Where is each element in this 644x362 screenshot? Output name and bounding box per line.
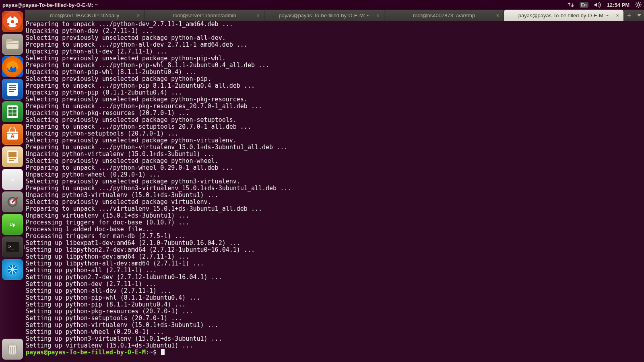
launcher-trash-icon[interactable] xyxy=(2,339,23,360)
launcher-firefox-icon[interactable] xyxy=(2,56,23,77)
svg-line-6 xyxy=(640,6,641,7)
terminal-tabbar: root@srv1:/BACKUP-D2/daily×root@server1:… xyxy=(25,10,644,21)
terminal-line: Preparing to unpack .../python-virtualen… xyxy=(26,144,643,151)
terminal-tab[interactable]: root@server1:/home/admin× xyxy=(145,10,265,21)
svg-rect-28 xyxy=(8,113,12,116)
terminal-line: Setting up python-virtualenv (15.0.1+ds-… xyxy=(26,322,643,329)
terminal-line: Preparing to unpack .../virtualenv_15.0.… xyxy=(26,206,643,212)
terminal-line: Preparing to unpack .../python-wheel_0.2… xyxy=(26,165,643,171)
terminal-tab[interactable]: root@srv1:/BACKUP-D2/daily× xyxy=(25,10,145,21)
launcher-app-icon[interactable] xyxy=(2,259,23,280)
svg-line-7 xyxy=(636,6,637,7)
terminal-line: Selecting previously unselected package … xyxy=(26,137,643,144)
tab-close-icon[interactable]: × xyxy=(615,12,620,18)
terminal-line: Setting up python2.7-dev (2.7.12-1ubuntu… xyxy=(26,274,643,281)
unity-launcher: A a Up >_ xyxy=(0,10,25,362)
launcher-settings-icon[interactable] xyxy=(2,191,23,212)
launcher-files-icon[interactable] xyxy=(2,34,23,55)
launcher-upwork-icon[interactable]: Up xyxy=(2,214,23,235)
keyboard-language-indicator[interactable]: En xyxy=(580,2,588,8)
terminal-line: Selecting previously unselected package … xyxy=(26,199,643,206)
tab-close-icon[interactable]: × xyxy=(255,12,261,18)
terminal-line: Selecting previously unselected package … xyxy=(26,178,643,185)
terminal-line: Setting up python-wheel (0.29.0-1) ... xyxy=(26,329,643,335)
svg-point-12 xyxy=(7,23,10,25)
terminal-line: Setting up python-setuptools (20.7.0-1) … xyxy=(26,315,643,322)
terminal-line: Selecting previously unselected package … xyxy=(26,117,643,123)
terminal-line: Selecting previously unselected package … xyxy=(26,158,643,165)
terminal-line: Processing triggers for man-db (2.7.5-1)… xyxy=(26,233,643,240)
tab-label: payas@payas-To-be-filled-by-O-E-M: ~ xyxy=(518,12,609,19)
svg-rect-15 xyxy=(6,39,12,42)
svg-rect-27 xyxy=(12,110,17,113)
svg-rect-29 xyxy=(12,113,17,116)
terminal-line: Selecting previously unselected package … xyxy=(26,55,643,62)
terminal-line: Setting up python-dev (2.7.11-1) ... xyxy=(26,281,643,288)
svg-line-49 xyxy=(14,347,14,354)
terminal-line: Setting up python-pip (8.1.1-2ubuntu0.4)… xyxy=(26,301,643,308)
top-menubar: payas@payas-To-be-filled-by-O-E-M: ~ En … xyxy=(0,0,644,10)
svg-line-5 xyxy=(636,2,637,3)
sound-icon[interactable] xyxy=(594,2,601,8)
terminal-window: root@srv1:/BACKUP-D2/daily×root@server1:… xyxy=(25,10,644,362)
svg-line-47 xyxy=(10,347,11,354)
terminal-line: Preparing to unpack .../python-dev_2.7.1… xyxy=(26,21,643,28)
terminal-line: Preparing to unpack .../python-pip_8.1.1… xyxy=(26,82,643,89)
svg-rect-26 xyxy=(8,110,12,113)
clock[interactable]: 12:54 PM xyxy=(607,2,630,8)
terminal-tab[interactable]: payas@payas-To-be-filled-by-O-E-M: ~× xyxy=(264,10,384,21)
svg-point-0 xyxy=(637,4,640,6)
terminal-line: Unpacking python-virtualenv (15.0.1+ds-3… xyxy=(26,151,643,158)
network-icon[interactable] xyxy=(568,2,574,8)
terminal-cursor xyxy=(161,349,165,355)
terminal-prompt[interactable]: payas@payas-To-be-filled-by-O-E-M:~$ xyxy=(26,349,643,356)
svg-point-11 xyxy=(11,16,14,18)
terminal-line: Processing 1 added doc-base file... xyxy=(26,226,643,233)
terminal-line: Preparing to unpack .../python-all-dev_2… xyxy=(26,41,643,48)
tab-close-icon[interactable]: × xyxy=(136,12,141,18)
tab-close-icon[interactable]: × xyxy=(495,12,500,18)
terminal-line: Selecting previously unselected package … xyxy=(26,35,643,41)
terminal-line: Setting up python-pip-whl (8.1.1-2ubuntu… xyxy=(26,294,643,301)
terminal-line: Unpacking python-setuptools (20.7.0-1) .… xyxy=(26,130,643,137)
svg-rect-33 xyxy=(8,152,17,157)
launcher-terminal-icon[interactable]: >_ xyxy=(2,237,23,257)
terminal-line: Setting up libpython2.7-dev:amd64 (2.7.1… xyxy=(26,247,643,253)
terminal-line: Preparing to unpack .../python-pkg-resou… xyxy=(26,103,643,110)
terminal-line: Preparing to unpack .../python-setuptool… xyxy=(26,123,643,130)
launcher-calc-icon[interactable] xyxy=(2,101,23,122)
session-gear-icon[interactable] xyxy=(635,2,642,8)
launcher-amazon-icon[interactable]: a xyxy=(2,169,23,190)
terminal-line: Preparing to unpack .../python3-virtuale… xyxy=(26,185,643,192)
terminal-output[interactable]: Preparing to unpack .../python-dev_2.7.1… xyxy=(25,21,644,362)
terminal-line: Preparing to unpack .../python-pip-whl_8… xyxy=(26,62,643,69)
terminal-line: Processing triggers for doc-base (0.10.7… xyxy=(26,219,643,226)
tab-label: root@srv1:/BACKUP-D2/daily xyxy=(50,12,119,19)
terminal-line: Setting up libpython-all-dev:amd64 (2.7.… xyxy=(26,260,643,267)
terminal-line: Unpacking python-pkg-resources (20.7.0-1… xyxy=(26,110,643,117)
window-title: payas@payas-To-be-filled-by-O-E-M: ~ xyxy=(2,2,98,8)
terminal-line: Unpacking virtualenv (15.0.1+ds-3ubuntu1… xyxy=(26,212,643,219)
launcher-software-icon[interactable]: A xyxy=(2,124,23,145)
tab-label: root@server1:/home/admin xyxy=(173,12,236,19)
terminal-line: Setting up libpython-dev:amd64 (2.7.11-1… xyxy=(26,253,643,260)
tab-label: payas@payas-To-be-filled-by-O-E-M: ~ xyxy=(279,12,370,19)
terminal-line: Setting up python-pkg-resources (20.7.0-… xyxy=(26,308,643,315)
launcher-dash-icon[interactable] xyxy=(2,11,23,32)
terminal-line: Unpacking python-wheel (0.29.0-1) ... xyxy=(26,171,643,178)
svg-text:A: A xyxy=(10,133,14,139)
terminal-tab[interactable]: payas@payas-To-be-filled-by-O-E-M: ~× xyxy=(504,10,624,21)
indicator-area: En 12:54 PM xyxy=(568,2,642,8)
terminal-line: Setting up python-all-dev (2.7.11-1) ... xyxy=(26,288,643,294)
terminal-line: Selecting previously unselected package … xyxy=(26,76,643,82)
svg-rect-16 xyxy=(7,43,18,44)
tab-close-icon[interactable]: × xyxy=(375,12,381,18)
tab-menu-button[interactable] xyxy=(634,10,644,21)
launcher-impress-icon[interactable] xyxy=(2,146,23,167)
launcher-writer-icon[interactable] xyxy=(2,79,23,100)
svg-text:>_: >_ xyxy=(8,244,14,249)
terminal-tab[interactable]: root@ns4007873: /var/tmp× xyxy=(384,10,504,21)
new-tab-button[interactable]: + xyxy=(624,10,634,21)
terminal-line: Setting up python-all (2.7.11-1) ... xyxy=(26,267,643,274)
svg-rect-25 xyxy=(12,107,17,109)
